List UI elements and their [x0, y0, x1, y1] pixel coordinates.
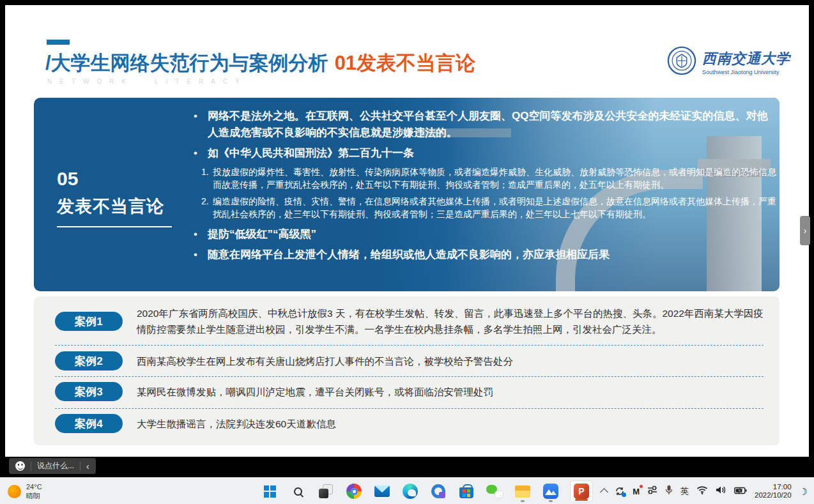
topic-number: 05 [57, 168, 172, 190]
banner-bullet: • 如《中华人民共和国刑法》第二百九十一条 [194, 145, 778, 162]
qq-browser-icon [431, 484, 445, 498]
clock[interactable]: 17:00 2022/10/20 [755, 483, 792, 500]
sync-tray-button[interactable] [615, 486, 625, 496]
edge-button[interactable] [401, 482, 419, 501]
banner-bullet: • 随意在网络平台上发泄个人情绪，给组织或他人造成不良影响的，亦应承担相应后果 [194, 247, 778, 263]
tray-chevron-up-icon[interactable] [600, 488, 608, 496]
focus-moon-icon[interactable]: ☽ [799, 487, 808, 496]
slide-title-highlight: 01发表不当言论 [335, 52, 475, 74]
start-button[interactable] [261, 482, 279, 501]
divider [80, 462, 81, 471]
case-row: 案例4 大学生散播谣言，法院判决连发60天道歉信息 [55, 414, 764, 433]
wifi-icon [696, 485, 708, 494]
case-text: 某网民在微博发贴，嘲讽四川泸定地震，遭平台关闭账号，或将面临治安管理处罚 [137, 384, 493, 400]
case-text: 2020年广东省两所高校国庆、中秋总计放假3 天，有在校学生发帖、转发、留言，此… [137, 305, 764, 337]
speaker-icon [716, 485, 726, 494]
sliders-icon [647, 485, 657, 494]
dashed-divider [55, 376, 764, 377]
mountain-app-icon [543, 484, 558, 499]
search-icon [294, 487, 302, 496]
microsoft-store-icon [459, 487, 473, 498]
chrome-button[interactable] [345, 482, 363, 501]
slide-title-main: /大学生网络失范行为与案例分析 [45, 52, 328, 74]
topic-banner: 05 发表不当言论 • 网络不是法外之地。在互联网、公共社交平台甚至个人朋友圈、… [34, 98, 779, 291]
divider [31, 462, 31, 471]
case-label-badge: 案例2 [55, 351, 123, 370]
case-text: 大学生散播谣言，法院判决连发60天道歉信息 [137, 416, 336, 432]
weather-temp: 24°C [26, 482, 42, 491]
microsoft-store-button[interactable] [457, 482, 475, 501]
m-tray-button[interactable]: M [633, 487, 640, 496]
banner-content: • 网络不是法外之地。在互联网、公共社交平台甚至个人朋友圈、QQ空间等发布涉及公… [194, 108, 778, 267]
folder-icon [515, 485, 530, 498]
taskbar-apps: P [261, 480, 593, 502]
university-seal-icon [667, 46, 696, 78]
windows-start-icon [264, 485, 276, 498]
case-label-badge: 案例3 [55, 382, 123, 401]
mail-icon [374, 485, 390, 497]
active-indicator [575, 499, 588, 501]
law-list: 1. 投放虚假的爆炸性、毒害性、放射性、传染病病原体等物质，或者编造爆炸威胁、生… [194, 165, 778, 220]
university-name-cn: 西南交通大学 [702, 49, 790, 68]
volume-button[interactable] [716, 485, 726, 497]
slide-subtitle: NETWORK LITERACY [47, 78, 247, 85]
file-explorer-button[interactable] [514, 482, 532, 501]
search-button[interactable] [289, 482, 307, 501]
powerpoint-icon: P [574, 484, 589, 499]
weather-condition: 晴朗 [26, 491, 42, 500]
title-accent-dash [47, 40, 70, 45]
weather-widget[interactable]: 24°C 晴朗 [8, 482, 42, 500]
m-app-icon: M [633, 487, 640, 496]
dashed-divider [55, 408, 764, 409]
desktop-screen: /大学生网络失范行为与案例分析01发表不当言论 NETWORK LITERACY… [0, 0, 814, 504]
wechat-button[interactable] [486, 482, 503, 501]
wifi-button[interactable] [696, 485, 708, 497]
case-row: 案例1 2020年广东省两所高校国庆、中秋总计放假3 天，有在校学生发帖、转发、… [55, 305, 764, 337]
dashed-divider [55, 345, 764, 346]
settings-sliders-button[interactable] [647, 485, 657, 497]
chevron-right-icon: › [804, 225, 807, 236]
university-name-en: Southwest Jiaotong University [702, 69, 790, 75]
slide-title: /大学生网络失范行为与案例分析01发表不当言论 [45, 50, 475, 77]
notification-dot [622, 493, 626, 497]
running-indicator [549, 500, 553, 502]
wechat-icon [486, 484, 503, 498]
chat-input[interactable]: 说点什么... [37, 461, 74, 471]
case-label-badge: 案例4 [55, 414, 123, 433]
banner-bullet: • 网络不是法外之地。在互联网、公共社交平台甚至个人朋友圈、QQ空间等发布涉及公… [194, 108, 778, 141]
microphone-tray-button[interactable] [665, 485, 673, 498]
topic-title: 发表不当言论 [57, 195, 172, 227]
tray-time: 17:00 [755, 483, 792, 492]
microphone-icon [665, 485, 673, 495]
battery-button[interactable] [734, 485, 747, 497]
chrome-icon [346, 484, 362, 499]
ime-language-button[interactable]: 英 [680, 485, 689, 497]
law-item: 1. 投放虚假的爆炸性、毒害性、放射性、传染病病原体等物质，或者编造爆炸威胁、生… [201, 165, 778, 191]
task-view-button[interactable] [317, 482, 335, 501]
task-view-icon [319, 484, 333, 498]
topic-number-block: 05 发表不当言论 [57, 168, 172, 227]
mail-button[interactable] [373, 482, 391, 501]
battery-charging-icon [734, 487, 747, 494]
next-flyout-tab[interactable]: › [800, 216, 810, 245]
law-item: 2. 编造虚假的险情、疫情、灾情、警情，在信息网络或者其他媒体上传播，或者明知是… [201, 195, 778, 220]
taskbar: 24°C 晴朗 P [0, 477, 814, 504]
blue-mountain-app-button[interactable] [542, 482, 560, 501]
tray-date: 2022/10/20 [755, 491, 792, 500]
edge-icon [403, 484, 418, 499]
qq-browser-button[interactable] [429, 482, 447, 501]
bullet-dot-icon: • [194, 145, 208, 162]
sun-icon [8, 485, 21, 498]
case-text: 西南某高校学生在网上发布有关唐山烧烤店打人事件的不当言论，被学校给予警告处分 [137, 353, 513, 369]
chevron-left-icon[interactable]: ‹ [86, 461, 89, 471]
bullet-dot-icon: • [194, 226, 208, 243]
cases-panel: 案例1 2020年广东省两所高校国庆、中秋总计放假3 天，有在校学生发帖、转发、… [34, 296, 779, 445]
bullet-dot-icon: • [194, 247, 208, 263]
case-row: 案例3 某网民在微博发贴，嘲讽四川泸定地震，遭平台关闭账号，或将面临治安管理处罚 [55, 382, 764, 401]
emoji-icon[interactable] [15, 461, 25, 471]
danmaku-chat-bar[interactable]: 说点什么... ‹ [9, 458, 96, 474]
presentation-slide: /大学生网络失范行为与案例分析01发表不当言论 NETWORK LITERACY… [5, 5, 809, 457]
case-row: 案例2 西南某高校学生在网上发布有关唐山烧烤店打人事件的不当言论，被学校给予警告… [55, 351, 764, 370]
powerpoint-button[interactable]: P [570, 480, 593, 502]
running-indicator [521, 500, 525, 502]
